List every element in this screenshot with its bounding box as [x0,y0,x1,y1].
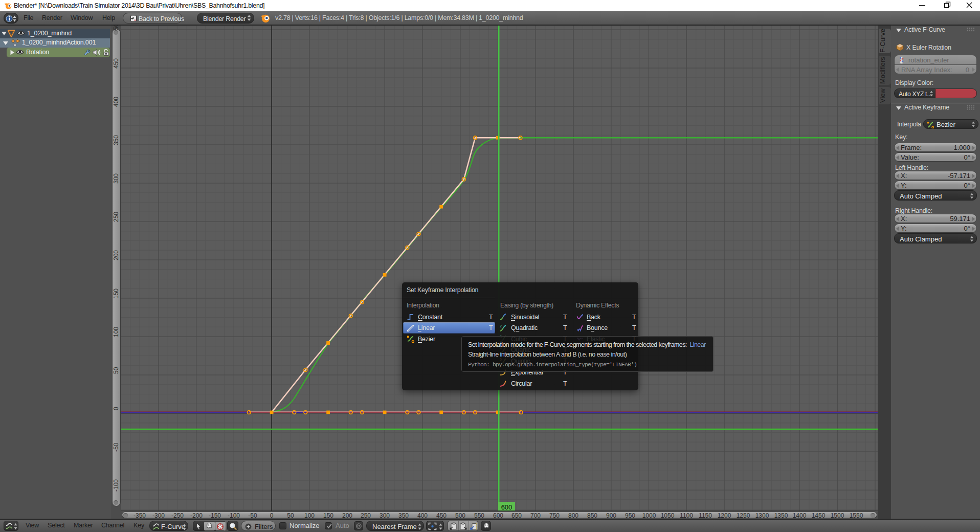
svg-text:600: 600 [501,503,513,511]
svg-text:2: 2 [500,324,502,328]
